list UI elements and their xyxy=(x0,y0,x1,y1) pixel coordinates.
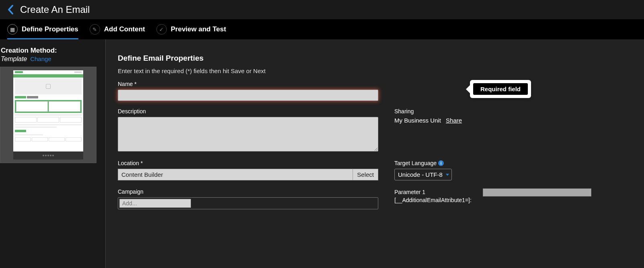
parameter-1-label: Parameter 1 [__AdditionalEmailAttribute1… xyxy=(394,188,475,204)
pencil-icon: ✎ xyxy=(90,24,100,35)
target-language-select[interactable]: Unicode - UTF-8 xyxy=(394,169,452,180)
change-link[interactable]: Change xyxy=(30,55,51,62)
step-define-properties[interactable]: ▦ Define Properties xyxy=(7,19,78,39)
creation-method-value: Template xyxy=(1,55,27,62)
main-panel: Define Email Properties Enter text in th… xyxy=(106,39,644,268)
required-tooltip: Required field xyxy=(470,80,531,98)
location-label: Location * xyxy=(118,160,378,166)
name-label: Name * xyxy=(118,81,378,87)
step-preview-test[interactable]: ✓ Preview and Test xyxy=(156,19,226,39)
template-thumbnail[interactable] xyxy=(0,67,96,163)
step-nav: ▦ Define Properties ✎ Add Content ✓ Prev… xyxy=(0,19,644,39)
sidebar: Creation Method: Template Change xyxy=(0,39,106,268)
location-value: Content Builder xyxy=(118,169,353,180)
description-input[interactable] xyxy=(118,117,378,151)
target-language-label: Target Language xyxy=(394,160,437,166)
campaign-label: Campaign xyxy=(118,188,378,195)
description-label: Description xyxy=(118,108,378,115)
parameter-1-input[interactable] xyxy=(483,188,591,196)
step-label: Preview and Test xyxy=(171,25,226,33)
name-input[interactable] xyxy=(118,90,378,101)
campaign-add-input[interactable] xyxy=(119,199,191,208)
tooltip-text: Required field xyxy=(473,83,528,95)
page-title: Create An Email xyxy=(20,4,90,15)
check-icon: ✓ xyxy=(156,24,167,35)
creation-method-label: Creation Method: xyxy=(0,47,105,55)
share-link[interactable]: Share xyxy=(446,117,462,124)
section-subtitle: Enter text in the required (*) fields th… xyxy=(118,68,632,74)
step-add-content[interactable]: ✎ Add Content xyxy=(90,19,145,39)
back-button[interactable] xyxy=(5,4,16,15)
thumbnail-preview xyxy=(13,70,83,160)
step-label: Add Content xyxy=(104,25,145,33)
info-icon[interactable]: i xyxy=(438,160,444,166)
section-title: Define Email Properties xyxy=(118,54,632,63)
location-select-button[interactable]: Select xyxy=(353,169,378,180)
sharing-label: Sharing xyxy=(394,108,632,115)
sharing-value: My Business Unit xyxy=(394,117,441,124)
properties-icon: ▦ xyxy=(7,24,18,35)
step-label: Define Properties xyxy=(22,25,78,33)
campaign-container[interactable] xyxy=(118,197,378,209)
